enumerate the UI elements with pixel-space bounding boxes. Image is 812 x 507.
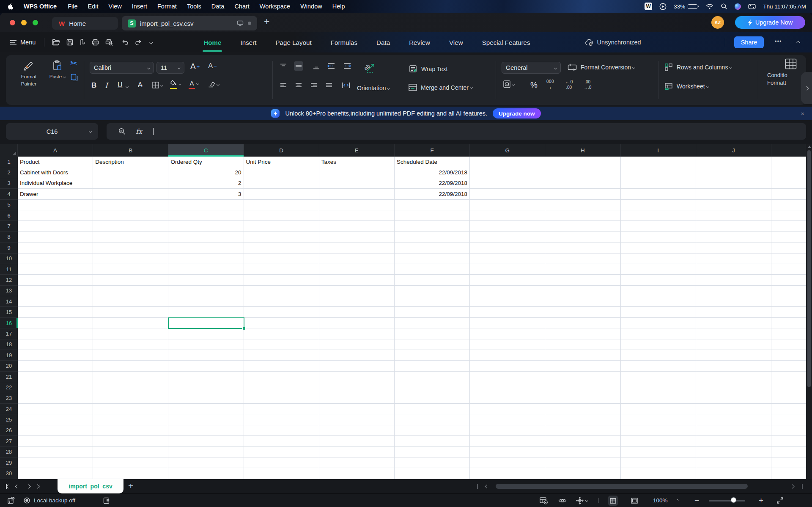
cell-F20[interactable] [395, 361, 470, 371]
cell-E18[interactable] [319, 339, 395, 350]
cell-I7[interactable] [621, 221, 696, 231]
cell-E20[interactable] [319, 361, 395, 371]
cell-A29[interactable] [18, 457, 93, 468]
cell-D7[interactable] [244, 221, 319, 231]
select-all-corner[interactable] [0, 144, 18, 157]
cell-J25[interactable] [696, 414, 771, 425]
cell-D28[interactable] [244, 447, 319, 457]
cell-G3[interactable] [470, 178, 545, 189]
last-sheet-button[interactable] [36, 484, 40, 489]
row-header-25[interactable]: 25 [0, 414, 18, 425]
upgrade-now-button[interactable]: Upgrade Now [735, 16, 805, 29]
cell-E26[interactable] [319, 425, 395, 436]
cell-H30[interactable] [545, 468, 620, 479]
cell-B14[interactable] [93, 296, 168, 307]
cell-H14[interactable] [545, 296, 620, 307]
cell-H22[interactable] [545, 382, 620, 393]
cell-D13[interactable] [244, 286, 319, 296]
cell-E8[interactable] [319, 232, 395, 242]
cell-B27[interactable] [93, 436, 168, 446]
cell-B16[interactable] [93, 318, 168, 328]
cell-G9[interactable] [470, 242, 545, 253]
cell-I15[interactable] [621, 307, 696, 317]
menubar-clock[interactable]: Thu 11:07:05 AM [763, 3, 806, 10]
cell-F12[interactable] [395, 275, 470, 285]
cell-G8[interactable] [470, 232, 545, 242]
cell-H12[interactable] [545, 275, 620, 285]
cell-F9[interactable] [395, 242, 470, 253]
orientation-button[interactable]: Orientation [357, 85, 390, 91]
cell-H27[interactable] [545, 436, 620, 446]
cell-C1[interactable]: Ordered Qty [168, 157, 244, 167]
menubar-item-file[interactable]: File [63, 3, 82, 10]
cell-G18[interactable] [470, 339, 545, 350]
cell-B4[interactable] [93, 189, 168, 199]
local-backup-radio-icon[interactable] [24, 494, 30, 507]
cell-J14[interactable] [696, 296, 771, 307]
cell-E3[interactable] [319, 178, 395, 189]
cell-E17[interactable] [319, 328, 395, 339]
cell-I5[interactable] [621, 200, 696, 210]
row-header-23[interactable]: 23 [0, 393, 18, 404]
cell-F2[interactable]: 22/09/2018 [395, 167, 470, 178]
cell-B10[interactable] [93, 253, 168, 264]
cell-partial-17[interactable] [771, 328, 806, 339]
menubar-item-tools[interactable]: Tools [182, 3, 206, 10]
fill-color-button[interactable] [170, 80, 181, 88]
cell-D18[interactable] [244, 339, 319, 350]
insert-function-icon[interactable]: fx [136, 127, 142, 135]
home-tab[interactable]: W Home [52, 17, 118, 30]
cell-F15[interactable] [395, 307, 470, 317]
cell-E4[interactable] [319, 189, 395, 199]
cell-I9[interactable] [621, 242, 696, 253]
column-header-G[interactable]: G [470, 144, 545, 157]
cell-F8[interactable] [395, 232, 470, 242]
cell-J11[interactable] [696, 264, 771, 275]
cell-D5[interactable] [244, 200, 319, 210]
minimize-window-button[interactable] [21, 20, 27, 25]
menubar-item-workspace[interactable]: Workspace [255, 3, 295, 10]
save-icon[interactable] [66, 39, 73, 46]
cell-E13[interactable] [319, 286, 395, 296]
cell-partial-9[interactable] [771, 242, 806, 253]
menubar-item-insert[interactable]: Insert [127, 3, 152, 10]
cell-H20[interactable] [545, 361, 620, 371]
cell-F29[interactable] [395, 457, 470, 468]
rows-columns-button[interactable]: Rows and Columns [665, 63, 732, 71]
protect-sheet-icon[interactable] [540, 494, 548, 507]
cell-partial-23[interactable] [771, 393, 806, 404]
ribbon-tab-formulas[interactable]: Formulas [330, 33, 358, 52]
cell-F25[interactable] [395, 414, 470, 425]
cell-G30[interactable] [470, 468, 545, 479]
zoom-dropdown-icon[interactable] [677, 499, 678, 500]
cell-A9[interactable] [18, 242, 93, 253]
cell-B28[interactable] [93, 447, 168, 457]
cell-H2[interactable] [545, 167, 620, 178]
cell-B12[interactable] [93, 275, 168, 285]
banner-close-icon[interactable]: × [801, 110, 804, 117]
cell-A21[interactable] [18, 372, 93, 382]
increase-font-icon[interactable]: A+ [190, 62, 200, 71]
cell-C2[interactable]: 20 [168, 167, 244, 178]
cell-J26[interactable] [696, 425, 771, 436]
hscroll-left-icon[interactable] [485, 485, 489, 489]
cell-E27[interactable] [319, 436, 395, 446]
cell-C6[interactable] [168, 210, 244, 221]
row-header-9[interactable]: 9 [0, 242, 18, 253]
cell-B24[interactable] [93, 404, 168, 414]
cell-J23[interactable] [696, 393, 771, 404]
open-file-icon[interactable] [52, 39, 60, 46]
formula-input[interactable]: fx [107, 123, 806, 140]
cell-G27[interactable] [470, 436, 545, 446]
hamburger-menu-icon[interactable] [10, 40, 16, 45]
cell-B17[interactable] [93, 328, 168, 339]
cell-H3[interactable] [545, 178, 620, 189]
cell-A12[interactable] [18, 275, 93, 285]
find-icon[interactable] [118, 128, 126, 135]
cell-H7[interactable] [545, 221, 620, 231]
cell-C26[interactable] [168, 425, 244, 436]
row-header-29[interactable]: 29 [0, 457, 18, 468]
row-header-27[interactable]: 27 [0, 436, 18, 446]
cell-F23[interactable] [395, 393, 470, 404]
cell-G6[interactable] [470, 210, 545, 221]
